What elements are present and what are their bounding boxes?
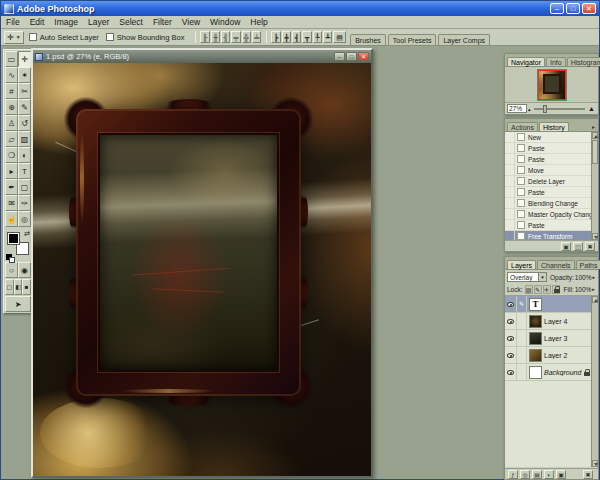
history-state[interactable]: Move [505,165,591,176]
history-state[interactable]: Paste [505,187,591,198]
tab-history[interactable]: History [539,122,569,131]
history-source-well[interactable] [505,187,515,197]
layer-row[interactable]: Layer 4 [505,313,591,330]
menu-edit[interactable]: Edit [25,17,50,27]
history-state[interactable]: Delete Layer [505,176,591,187]
swap-colors-icon[interactable]: ⇄ [24,230,30,237]
menu-file[interactable]: File [1,17,25,27]
navigator-preview[interactable] [505,67,598,103]
layer-visibility-toggle[interactable] [505,313,517,329]
document-close-button[interactable]: ✕ [358,52,369,61]
align-top-button[interactable]: ╟ [200,31,209,43]
layer-thumbnail[interactable] [529,315,542,328]
lock-position-button[interactable]: ✛ [543,285,551,294]
panel-menu-icon[interactable]: ▸ [592,123,596,131]
layer-visibility-toggle[interactable] [505,330,517,346]
layer-thumbnail[interactable]: T [529,298,542,311]
layer-visibility-toggle[interactable] [505,296,517,312]
new-document-from-state-button[interactable]: ▣ [561,242,571,251]
history-source-well[interactable] [505,198,515,208]
type-tool[interactable]: T [18,163,31,179]
canvas[interactable] [33,63,371,476]
history-scrollbar[interactable] [591,132,598,240]
move-tool[interactable]: ✛ [18,51,31,67]
standard-screen-button[interactable]: ▢ [5,279,14,295]
zoom-tool[interactable]: ◎ [18,211,31,227]
scroll-up-icon[interactable] [592,132,598,139]
file-browser-button[interactable]: ▤ [333,31,346,43]
tab-actions[interactable]: Actions [507,122,538,131]
scroll-up-icon[interactable] [592,296,598,303]
adjustment-layer-button[interactable]: ◐ [544,470,554,479]
history-source-well[interactable] [505,176,515,186]
layer-thumbnail[interactable] [529,332,542,345]
history-source-well[interactable] [505,231,515,240]
scroll-down-icon[interactable] [592,233,598,240]
layers-scrollbar[interactable] [591,296,598,467]
align-right-button[interactable]: ╧ [252,31,261,43]
align-horizontal-center-button[interactable]: ╬ [242,31,251,43]
layer-name[interactable]: Background [544,369,583,376]
palette-well-tab-brushes[interactable]: Brushes [350,34,386,45]
hand-tool[interactable]: ☝ [5,211,18,227]
gradient-tool[interactable]: ▧ [18,131,31,147]
layer-row-background[interactable]: Background [505,364,591,381]
lock-all-button[interactable] [552,285,560,294]
history-state[interactable]: Paste [505,143,591,154]
rectangular-marquee-tool[interactable]: ▭ [5,51,18,67]
layer-name[interactable]: Layer 3 [544,335,591,342]
layer-row-type[interactable]: ✎ T [505,296,591,313]
foreground-color-swatch[interactable] [8,233,19,244]
distribute-right-button[interactable]: ┻ [323,31,332,43]
layer-mask-button[interactable]: ◎ [520,470,530,479]
healing-brush-tool[interactable]: ⊕ [5,99,18,115]
scrollbar-thumb[interactable] [592,140,598,164]
layer-name[interactable]: Layer 4 [544,318,591,325]
history-source-well[interactable] [505,132,515,142]
layer-row[interactable]: Layer 3 [505,330,591,347]
fullscreen-button[interactable]: ■ [22,279,31,295]
menu-select[interactable]: Select [114,17,148,27]
eyedropper-tool[interactable]: ✑ [18,195,31,211]
slice-tool[interactable]: ✂ [18,83,31,99]
new-layer-button[interactable]: ▣ [556,470,566,479]
history-source-well[interactable] [505,154,515,164]
tab-histogram[interactable]: Histogram [567,57,600,66]
app-titlebar[interactable]: Adobe Photoshop – □ ✕ [1,1,599,16]
document-maximize-button[interactable]: □ [346,52,357,61]
minimize-button[interactable]: – [550,3,564,14]
default-colors-icon[interactable] [6,254,12,260]
menu-layer[interactable]: Layer [83,17,114,27]
layer-visibility-toggle[interactable] [505,364,517,380]
distribute-horizontal-center-button[interactable]: ╄ [313,31,322,43]
history-state[interactable]: Paste [505,154,591,165]
tab-info[interactable]: Info [546,57,566,66]
magic-wand-tool[interactable]: ✶ [18,67,31,83]
zoom-slider-thumb[interactable] [543,105,547,113]
lasso-tool[interactable]: ∿ [5,67,18,83]
jump-to-imageready-button[interactable]: ➤ [5,296,31,312]
layer-thumbnail[interactable] [529,366,542,379]
tool-preset-picker[interactable]: ✛ ▼ [4,31,24,44]
layer-style-button[interactable]: ƒ [508,470,518,479]
show-bounding-box-checkbox[interactable]: Show Bounding Box [106,33,185,42]
palette-well-tab-tool-presets[interactable]: Tool Presets [388,34,437,45]
history-state-current[interactable]: Free Transform [505,231,591,240]
history-source-well[interactable] [505,220,515,230]
history-source-well[interactable] [505,209,515,219]
zoom-value-field[interactable]: 27% [507,104,527,113]
notes-tool[interactable]: ✉ [5,195,18,211]
distribute-top-button[interactable]: ┣ [271,31,280,43]
menu-image[interactable]: Image [49,17,83,27]
document-minimize-button[interactable]: – [334,52,345,61]
history-brush-tool[interactable]: ↺ [18,115,31,131]
tab-paths[interactable]: Paths [576,260,600,269]
background-color-swatch[interactable] [17,243,28,254]
layer-thumbnail[interactable] [529,349,542,362]
history-source-well[interactable] [505,143,515,153]
lock-image-button[interactable]: ✎ [534,285,542,294]
menu-view[interactable]: View [177,17,205,27]
history-state[interactable]: Master Opacity Change [505,209,591,220]
fill-value[interactable]: 100% [575,286,592,293]
distribute-bottom-button[interactable]: ┫ [292,31,301,43]
